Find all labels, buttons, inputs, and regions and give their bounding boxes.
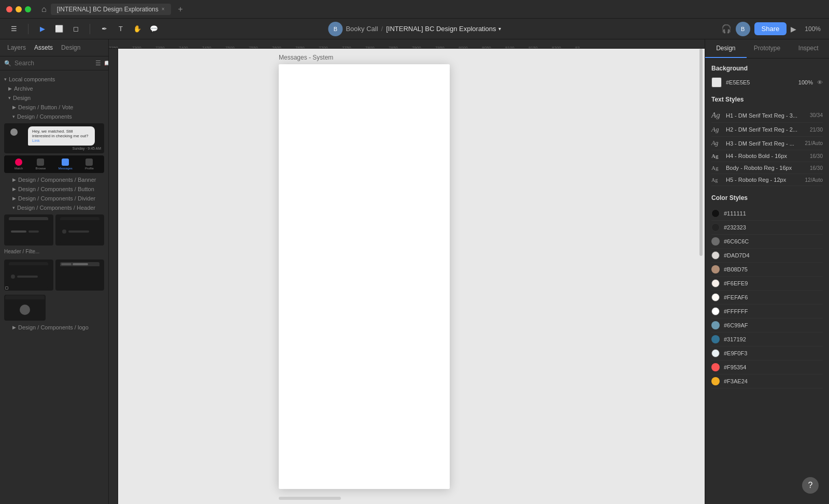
text-style-h5[interactable]: Ag H5 - Roboto Reg - 12px 12/Auto [711,174,823,186]
tab-inspect[interactable]: Inspect [788,39,829,58]
minimize-button[interactable] [16,6,22,12]
background-color-swatch[interactable] [711,77,722,88]
text-style-body[interactable]: Ag Body - Roboto Reg - 16px 16/30 [711,162,823,174]
tab-assets[interactable]: Assets [31,42,56,53]
color-style-317192[interactable]: #317192 [711,333,823,347]
ag-icon: Ag [711,165,722,171]
breadcrumb-project[interactable]: [INTERNAL] BC Design Explorations ▾ [386,25,501,33]
color-style-F95354[interactable]: #F95354 [711,361,823,375]
ag-icon: Ag [711,139,722,147]
comment-tool[interactable]: 💬 [146,22,162,36]
tab-prototype[interactable]: Prototype [747,39,788,58]
right-panel-content: Background #E5E5E5 100% 👁 Text Styles Ag… [705,59,829,504]
color-style-6C6C6C[interactable]: #6C6C6C [711,235,823,249]
user-avatar[interactable]: B [736,22,750,36]
color-style-111111[interactable]: #111111 [711,207,823,221]
color-name: #6C99AF [724,322,823,328]
menu-tool[interactable]: ☰ [6,22,22,36]
new-tab-button[interactable]: + [175,5,186,14]
header-thumb-4[interactable] [55,260,105,291]
section-label: Design / Components / Divider [18,195,95,201]
section-divider[interactable]: ▶ Design / Components / Divider [0,194,108,203]
text-style-h2[interactable]: Ag H2 - DM Serif Text Reg - 2... 21/30 [711,123,823,137]
color-swatch [711,279,720,287]
text-style-h4[interactable]: Ag H4 - Roboto Bold - 16px 16/30 [711,150,823,162]
text-style-info: H1 - DM Serif Text Reg - 3... [726,112,806,119]
text-styles-section-title: Text Styles [711,96,823,103]
vertical-scrollbar-thumb[interactable] [699,49,703,256]
chevron-icon: ▶ [12,186,16,192]
profile-icon [85,159,93,166]
active-tab[interactable]: [INTERNAL] BC Design Explorations × [51,4,171,15]
section-design[interactable]: ▾ Design [0,93,108,103]
section-design-button-vote[interactable]: ▶ Design / Button / Vote [0,103,108,112]
shape-tool[interactable]: ◻ [68,22,83,36]
ag-icon: Ag [711,111,722,120]
style-name: Body - Roboto Reg - 16px [726,165,806,171]
section-logo[interactable]: ▶ Design / Components / logo [0,323,108,332]
book-view-toggle[interactable]: 📖 [104,60,109,67]
messages-icon [62,159,69,166]
section-design-components[interactable]: ▾ Design / Components [0,112,108,121]
select-tool[interactable]: ▶ [35,22,50,36]
logo-thumb[interactable] [4,295,46,321]
fullscreen-button[interactable] [25,6,31,12]
help-button[interactable]: ? [802,477,819,494]
section-archive[interactable]: ▶ Archive [0,84,108,93]
color-style-E9F0F3[interactable]: #E9F0F3 [711,347,823,361]
nav-profile: Profile [85,159,94,170]
play-icon[interactable]: ▶ [791,25,796,33]
horizontal-scrollbar[interactable] [279,497,341,500]
pen-tool[interactable]: ✒ [96,22,112,36]
tab-close-button[interactable]: × [162,6,165,12]
section-banner[interactable]: ▶ Design / Components / Banner [0,175,108,184]
color-swatch [711,349,720,357]
color-name: #6C6C6C [724,238,823,244]
canvas-content[interactable]: Messages - System [118,49,705,504]
share-button[interactable]: Share [754,22,787,35]
text-style-h1[interactable]: Ag H1 - DM Serif Text Reg - 3... 30/34 [711,108,823,123]
header-thumb-2[interactable] [55,214,105,246]
style-name: H3 - DM Serif Text Reg - ... [726,140,801,147]
color-styles-section-title: Color Styles [711,194,823,201]
color-style-FEFAF6[interactable]: #FEFAF6 [711,291,823,305]
hand-tool[interactable]: ✋ [130,22,145,36]
chevron-icon: ▶ [12,177,16,182]
color-style-B08D75[interactable]: #B08D75 [711,263,823,277]
header-thumb-3[interactable] [4,260,53,291]
color-style-F6EFE9[interactable]: #F6EFE9 [711,277,823,291]
color-style-FFFFFF[interactable]: #FFFFFF [711,305,823,319]
color-style-232323[interactable]: #232323 [711,221,823,235]
close-button[interactable] [6,6,12,12]
frame-tool[interactable]: ⬜ [51,22,67,36]
text-style-h3[interactable]: Ag H3 - DM Serif Text Reg - ... 21/Auto [711,137,823,150]
home-icon[interactable]: ⌂ [41,5,47,14]
header-thumb-1[interactable] [4,214,53,246]
visibility-icon[interactable]: 👁 [817,79,823,85]
text-style-info: H2 - DM Serif Text Reg - 2... [726,126,806,133]
text-tool[interactable]: T [113,22,128,36]
color-style-F3AE24[interactable]: #F3AE24 [711,375,823,388]
style-meta: 30/34 [810,112,823,118]
zoom-level[interactable]: 100% [801,25,825,33]
tab-design[interactable]: Design [58,42,83,53]
vertical-scrollbar-track[interactable] [699,49,703,504]
search-input[interactable] [15,60,92,67]
section-label: Archive [14,85,33,92]
toolbar: ☰ ▶ ⬜ ◻ ✒ T ✋ 💬 B Booky Call / [INTERNAL… [0,19,829,39]
design-frame[interactable] [279,64,450,489]
tab-layers[interactable]: Layers [4,42,29,53]
header-filter-label: Header / Filte... [0,248,108,257]
canvas[interactable]: 7250 7300 7350 7400 7450 7500 7550 7600 … [109,39,705,504]
headphones-icon[interactable]: 🎧 [721,24,732,34]
list-view-toggle[interactable]: ☰ [95,60,101,67]
color-swatch [711,377,720,385]
color-style-6C99AF[interactable]: #6C99AF [711,319,823,333]
section-header[interactable]: ▾ Design / Components / Header [0,203,108,212]
color-style-DAD7D4[interactable]: #DAD7D4 [711,249,823,263]
section-button[interactable]: ▶ Design / Components / Button [0,184,108,194]
section-local-components[interactable]: ▾ Local components [0,75,108,84]
color-swatch [711,335,720,343]
tab-design[interactable]: Design [705,39,747,58]
breadcrumb-user: Booky Call [346,25,378,33]
